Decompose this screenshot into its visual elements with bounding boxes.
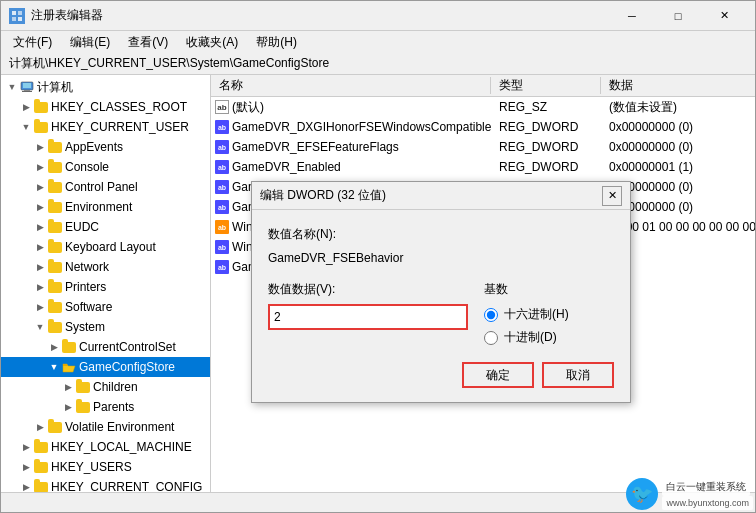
dialog-value-data-label: 数值数据(V): [268, 281, 468, 298]
col-header-data: 数据 [601, 77, 755, 94]
address-bar: 计算机\HKEY_CURRENT_USER\System\GameConfigS… [1, 53, 755, 75]
arrow-icon: ▼ [47, 362, 61, 372]
reg-name-3: GameDVR_Enabled [232, 160, 341, 174]
radio-dec-text: 十进制(D) [504, 329, 557, 346]
tree-label-current-user: HKEY_CURRENT_USER [51, 120, 189, 134]
tree-label-computer: 计算机 [37, 79, 73, 96]
cell-type-default: REG_SZ [491, 100, 601, 114]
tree-panel[interactable]: ▼ 计算机 ▶ HKEY_CLASSES_ROOT ▼ HKEY_CURRENT… [1, 75, 211, 492]
folder-icon [33, 440, 49, 454]
cell-data-1: 0x00000000 (0) [601, 120, 755, 134]
tree-label-classes-root: HKEY_CLASSES_ROOT [51, 100, 187, 114]
arrow-icon: ▶ [33, 222, 47, 232]
reg-ab-icon: ab [215, 100, 229, 114]
tree-item-appevents[interactable]: ▶ AppEvents [1, 137, 210, 157]
folder-icon [47, 180, 63, 194]
tree-item-printers[interactable]: ▶ Printers [1, 277, 210, 297]
reg-name-1: GameDVR_DXGIHonorFSEWindowsCompatible [232, 120, 491, 134]
close-button[interactable]: ✕ [701, 1, 747, 31]
reg-name-2: GameDVR_EFSEFeatureFlags [232, 140, 399, 154]
table-row[interactable]: ab GameDVR_Enabled REG_DWORD 0x00000001 … [211, 157, 755, 177]
watermark-title-text: 白云一键重装系统 [662, 478, 750, 496]
dialog-value-name-label: 数值名称(N): [268, 226, 614, 243]
tree-item-volatile-env[interactable]: ▶ Volatile Environment [1, 417, 210, 437]
dialog-title-bar: 编辑 DWORD (32 位值) ✕ [252, 182, 630, 210]
tree-item-classes-root[interactable]: ▶ HKEY_CLASSES_ROOT [1, 97, 210, 117]
col-header-name: 名称 [211, 77, 491, 94]
table-row[interactable]: ab GameDVR_EFSEFeatureFlags REG_DWORD 0x… [211, 137, 755, 157]
svg-rect-1 [18, 11, 22, 15]
arrow-icon: ▶ [19, 462, 33, 472]
arrow-icon: ▶ [19, 442, 33, 452]
reg-dword-icon: ab [215, 140, 229, 154]
folder-icon [47, 420, 63, 434]
tree-item-network[interactable]: ▶ Network [1, 257, 210, 277]
tree-item-eudc[interactable]: ▶ EUDC [1, 217, 210, 237]
dialog-value-section: 数值数据(V): [268, 281, 468, 330]
cell-type-1: REG_DWORD [491, 120, 601, 134]
cell-name-3: ab GameDVR_Enabled [211, 160, 491, 174]
dialog-row: 数值数据(V): 基数 十六进制(H) 十进制(D) [268, 281, 614, 346]
tree-item-local-machine[interactable]: ▶ HKEY_LOCAL_MACHINE [1, 437, 210, 457]
tree-item-children[interactable]: ▶ Children [1, 377, 210, 397]
window-controls: ─ □ ✕ [609, 1, 747, 31]
folder-icon [75, 400, 91, 414]
tree-item-current-control-set[interactable]: ▶ CurrentControlSet [1, 337, 210, 357]
table-row[interactable]: ab GameDVR_DXGIHonorFSEWindowsCompatible… [211, 117, 755, 137]
tree-item-users[interactable]: ▶ HKEY_USERS [1, 457, 210, 477]
tree-item-parents[interactable]: ▶ Parents [1, 397, 210, 417]
menu-view[interactable]: 查看(V) [120, 32, 176, 53]
radio-hex-label[interactable]: 十六进制(H) [484, 306, 614, 323]
menu-help[interactable]: 帮助(H) [248, 32, 305, 53]
table-row[interactable]: ab (默认) REG_SZ (数值未设置) [211, 97, 755, 117]
arrow-icon: ▶ [19, 482, 33, 492]
tree-label-local-machine: HKEY_LOCAL_MACHINE [51, 440, 192, 454]
tree-item-control-panel[interactable]: ▶ Control Panel [1, 177, 210, 197]
watermark-bird-icon: 🐦 [626, 478, 658, 510]
window-title: 注册表编辑器 [31, 7, 103, 24]
tree-item-software[interactable]: ▶ Software [1, 297, 210, 317]
folder-icon [47, 300, 63, 314]
cell-data-default: (数值未设置) [601, 99, 755, 116]
folder-open-icon [61, 360, 77, 374]
radio-dec-input[interactable] [484, 331, 498, 345]
arrow-icon: ▶ [47, 342, 61, 352]
menu-bar: 文件(F) 编辑(E) 查看(V) 收藏夹(A) 帮助(H) [1, 31, 755, 53]
dialog-base-section: 基数 十六进制(H) 十进制(D) [484, 281, 614, 346]
tree-item-keyboard-layout[interactable]: ▶ Keyboard Layout [1, 237, 210, 257]
table-header: 名称 类型 数据 [211, 75, 755, 97]
tree-item-current-config[interactable]: ▶ HKEY_CURRENT_CONFIG [1, 477, 210, 492]
tree-item-game-config-store[interactable]: ▼ GameConfigStore [1, 357, 210, 377]
folder-icon [47, 200, 63, 214]
tree-item-console[interactable]: ▶ Console [1, 157, 210, 177]
arrow-icon: ▼ [5, 82, 19, 92]
tree-item-current-user[interactable]: ▼ HKEY_CURRENT_USER [1, 117, 210, 137]
dialog-value-input[interactable] [268, 304, 468, 330]
tree-label-users: HKEY_USERS [51, 460, 132, 474]
folder-icon [33, 100, 49, 114]
dialog-body: 数值名称(N): GameDVR_FSEBehavior 数值数据(V): 基数… [252, 210, 630, 362]
arrow-icon: ▶ [33, 142, 47, 152]
watermark-url-text: www.byunxtong.com [662, 496, 753, 510]
cell-type-2: REG_DWORD [491, 140, 601, 154]
arrow-icon: ▶ [61, 402, 75, 412]
menu-file[interactable]: 文件(F) [5, 32, 60, 53]
dialog-close-button[interactable]: ✕ [602, 186, 622, 206]
folder-icon [47, 320, 63, 334]
radio-hex-input[interactable] [484, 308, 498, 322]
radio-dec-label[interactable]: 十进制(D) [484, 329, 614, 346]
minimize-button[interactable]: ─ [609, 1, 655, 31]
tree-item-environment[interactable]: ▶ Environment [1, 197, 210, 217]
dialog-confirm-button[interactable]: 确定 [462, 362, 534, 388]
tree-label-system: System [65, 320, 105, 334]
maximize-button[interactable]: □ [655, 1, 701, 31]
cell-name-1: ab GameDVR_DXGIHonorFSEWindowsCompatible [211, 120, 491, 134]
arrow-icon: ▶ [33, 182, 47, 192]
dialog-cancel-button[interactable]: 取消 [542, 362, 614, 388]
folder-icon [75, 380, 91, 394]
tree-item-system[interactable]: ▼ System [1, 317, 210, 337]
tree-item-computer[interactable]: ▼ 计算机 [1, 77, 210, 97]
menu-edit[interactable]: 编辑(E) [62, 32, 118, 53]
menu-favorites[interactable]: 收藏夹(A) [178, 32, 246, 53]
title-bar-left: 注册表编辑器 [9, 7, 103, 24]
